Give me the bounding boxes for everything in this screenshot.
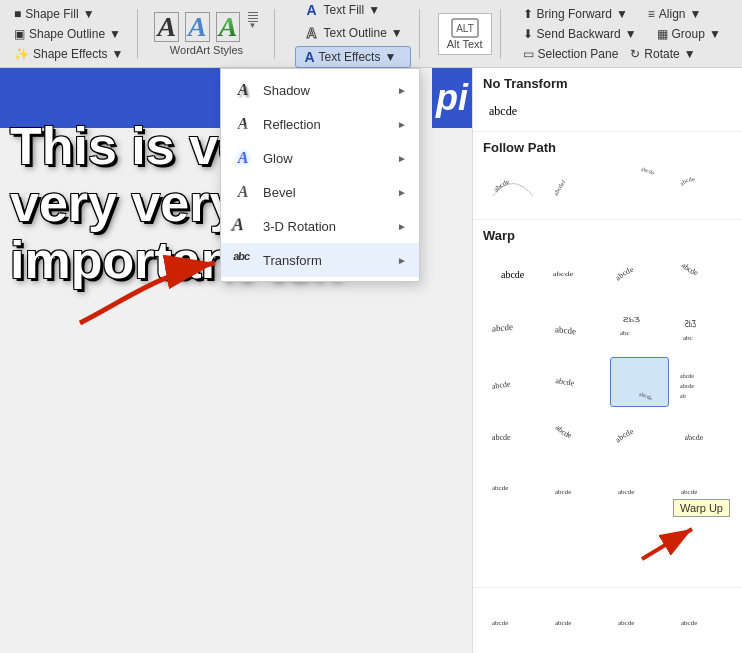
svg-text:abcde: abcde [555,488,571,496]
follow-path-arch2[interactable]: abcdef [547,161,607,211]
warp-title: Warp [483,228,732,243]
menu-item-reflection[interactable]: A Reflection ► [221,107,419,141]
menu-item-shadow[interactable]: A Shadow ► [221,73,419,107]
reflection-label: Reflection [263,117,321,132]
reflection-chevron: ► [397,119,407,130]
warp-item-8[interactable]: abcde [483,357,542,407]
chevron-9: ▼ [625,27,637,41]
warp-extra-3[interactable]: abcde [673,596,732,646]
warp-section: Warp abcde abcde abcde [473,220,742,588]
svg-text:abcde: abcde [554,423,574,440]
svg-text:abcde: abcde [492,178,510,194]
right-panel[interactable]: No Transform abcde Follow Path abcde [472,68,742,653]
svg-text:abcde: abcde [616,427,635,445]
shape-buttons: ■ Shape Fill ▼ ▣ Shape Outline ▼ ✨ Shape… [8,5,129,63]
warp-extra-0[interactable]: abcde [483,596,542,646]
svg-text:abcde: abcde [681,619,697,627]
send-backward-button[interactable]: ⬇ Send Backward ▼ [517,25,643,43]
svg-text:abc: abc [683,334,693,342]
wordart-expand-button[interactable]: ▼ [248,12,258,42]
shape-fill-button[interactable]: ■ Shape Fill ▼ [8,5,129,23]
text-outline-icon: A [303,25,319,41]
follow-path-arch[interactable]: abcde [483,161,543,211]
menu-item-bevel[interactable]: A Bevel ► [221,175,419,209]
warp-item-11[interactable]: abcde abcde ab [673,357,732,407]
wordart-label: WordArt Styles [170,44,243,56]
align-label: Align [659,7,686,21]
warp-item-3[interactable]: abcde [673,249,732,299]
warp-extra-1[interactable]: abcde [546,596,605,646]
bevel-icon: A [233,182,253,202]
text-effects-label: Text Effects [319,50,381,64]
wordart-sample-3[interactable]: A [216,12,241,42]
follow-path-grid: abcde abcdef [483,161,732,211]
warp-item-18[interactable]: abcde [610,465,669,515]
warp-extra-2[interactable]: abcde [610,596,669,646]
send-backward-icon: ⬇ [523,27,533,41]
group-button[interactable]: ▦ Group ▼ [651,25,727,43]
follow-path-section: Follow Path abcde [473,132,742,220]
warp-item-17[interactable]: abcde [546,465,605,515]
chevron-11: ▼ [684,47,696,61]
menu-item-glow[interactable]: A Glow ► [221,141,419,175]
wordart-samples: A A A ▼ [154,12,258,42]
warp-item-7[interactable]: ƧЬƷ abc [673,303,732,353]
text-fill-button[interactable]: A Text Fill ▼ [295,0,410,20]
align-button[interactable]: ≡ Align ▼ [642,5,708,23]
svg-text:ƧЬƷ: ƧЬƷ [622,316,640,324]
warp-item-6[interactable]: ƧЬƷ abc [610,303,669,353]
warp-item-16[interactable]: abcde [483,465,542,515]
warp-item-9[interactable]: abcde [546,357,605,407]
warp-grid: abcde abcde abcde [483,249,732,515]
svg-text:abcde: abcde [553,270,575,277]
shape-outline-label: Shape Outline [29,27,105,41]
wordart-sample-2[interactable]: A [185,12,210,42]
warp-item-10[interactable]: abcde [610,357,669,407]
text-style-buttons: A Text Fill ▼ A Text Outline ▼ A Text Ef… [295,0,410,68]
text-effects-button[interactable]: A Text Effects ▼ [295,46,410,68]
rotate-button[interactable]: ↻ Rotate ▼ [624,45,701,63]
menu-item-3d-rotation[interactable]: A 3-D Rotation ► [221,209,419,243]
no-transform-item[interactable]: abcde [483,97,732,123]
shadow-label: Shadow [263,83,310,98]
svg-text:abcde: abcde [555,376,575,388]
bring-forward-icon: ⬆ [523,7,533,21]
alt-text-button[interactable]: ALT Alt Text [438,13,492,55]
selection-pane-button[interactable]: ▭ Selection Pane [517,45,625,63]
warp-item-12[interactable]: abcde [483,411,542,461]
shape-effects-button[interactable]: ✨ Shape Effects ▼ [8,45,129,63]
text-outline-button[interactable]: A Text Outline ▼ [295,23,410,43]
svg-text:abcde: abcde [555,324,576,336]
glow-chevron: ► [397,153,407,164]
bring-forward-button[interactable]: ⬆ Bring Forward ▼ [517,5,634,23]
text-fill-icon: A [303,2,319,18]
warp-item-4[interactable]: abcde [483,303,542,353]
wordart-sample-1[interactable]: A [154,12,179,42]
alt-text-label: Alt Text [447,38,483,50]
warp-item-14[interactable]: abcde [610,411,669,461]
selection-pane-label: Selection Pane [538,47,619,61]
follow-path-circle[interactable]: abcde [611,161,671,211]
svg-text:ab: ab [680,393,686,399]
svg-text:ƧЬƷ: ƧЬƷ [685,319,697,330]
shape-outline-button[interactable]: ▣ Shape Outline ▼ [8,25,129,43]
menu-item-transform[interactable]: abc Transform ► [221,243,419,277]
svg-text:abcde: abcde [492,484,508,492]
warp-item-0[interactable]: abcde [483,249,542,299]
warp-item-15[interactable]: abcde [673,411,732,461]
wordart-section: A A A ▼ WordArt Styles [154,12,258,56]
shape-fill-icon: ■ [14,7,21,21]
follow-path-wave[interactable]: abcde [675,161,735,211]
warp-item-2[interactable]: abcde [610,249,669,299]
warp-item-13[interactable]: abcde [546,411,605,461]
svg-text:ALT: ALT [456,23,474,34]
svg-text:abcde: abcde [618,488,634,496]
warp-item-5[interactable]: abcde [546,303,605,353]
divider-1 [137,9,138,59]
transform-chevron: ► [397,255,407,266]
warp-item-1[interactable]: abcde [546,249,605,299]
align-icon: ≡ [648,7,655,21]
shadow-icon: A [233,80,253,100]
no-transform-sample: abcde [489,104,517,118]
text-outline-label: Text Outline [323,26,386,40]
